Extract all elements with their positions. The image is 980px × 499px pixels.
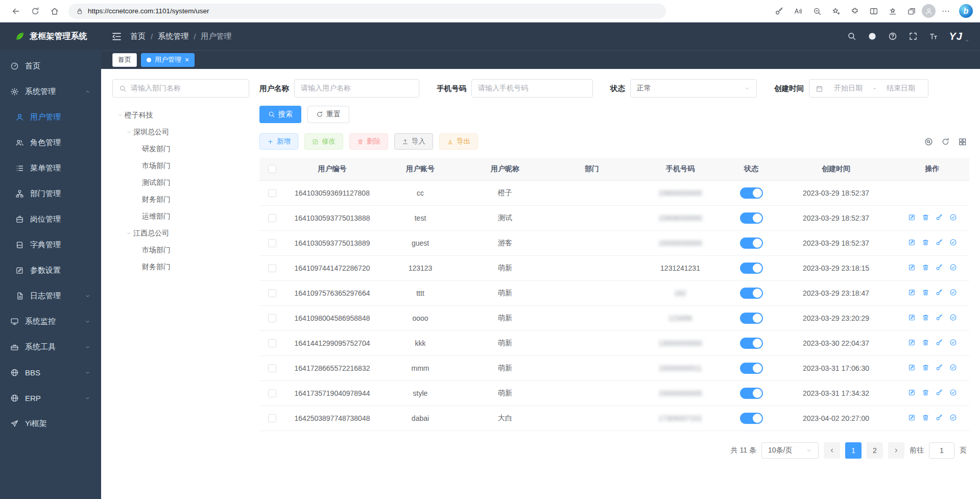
sidebar-item-param-settings[interactable]: 参数设置 — [0, 257, 101, 283]
toggle-search-icon[interactable] — [924, 137, 933, 146]
split-screen-icon[interactable] — [865, 3, 882, 20]
search-button[interactable]: 搜索 — [259, 106, 301, 123]
reset-button[interactable]: 重置 — [307, 106, 349, 123]
row-checkbox[interactable] — [268, 239, 276, 247]
row-checkbox[interactable] — [268, 189, 276, 197]
tree-node[interactable]: 研发部门 — [112, 140, 249, 157]
delete-row-button[interactable] — [922, 339, 929, 346]
zoom-out-icon[interactable] — [808, 3, 826, 20]
reset-password-button[interactable] — [936, 314, 943, 321]
delete-row-button[interactable] — [922, 239, 929, 246]
status-toggle[interactable] — [740, 288, 763, 299]
reset-password-button[interactable] — [936, 339, 943, 346]
tree-node[interactable]: 市场部门 — [112, 242, 249, 258]
goto-page-input[interactable]: 1 — [929, 442, 954, 459]
sidebar-item-tools[interactable]: 系统工具 — [0, 334, 101, 360]
delete-row-button[interactable] — [922, 289, 929, 296]
help-icon[interactable] — [888, 32, 897, 41]
status-toggle[interactable] — [740, 187, 763, 199]
edit-row-button[interactable] — [908, 389, 916, 396]
edit-row-button[interactable] — [908, 364, 916, 371]
delete-row-button[interactable] — [922, 414, 929, 421]
edit-user-button[interactable]: 修改 — [304, 133, 343, 150]
dept-search-input[interactable]: 请输入部门名称 — [112, 79, 249, 98]
profile-avatar[interactable] — [922, 4, 936, 18]
edit-row-button[interactable] — [908, 339, 916, 346]
reset-password-button[interactable] — [936, 213, 943, 221]
assign-role-button[interactable] — [949, 239, 957, 246]
status-toggle[interactable] — [740, 338, 763, 349]
edit-row-button[interactable] — [908, 414, 916, 421]
refresh-icon[interactable] — [27, 3, 44, 20]
status-toggle[interactable] — [740, 263, 763, 274]
bing-icon[interactable]: b — [959, 4, 973, 18]
row-checkbox[interactable] — [268, 389, 276, 397]
row-checkbox[interactable] — [268, 314, 276, 322]
delete-row-button[interactable] — [922, 213, 929, 221]
phone-input[interactable]: 请输入手机号码 — [471, 79, 593, 98]
username-input[interactable]: 请输入用户名称 — [294, 79, 419, 98]
sidebar-item-post-mgmt[interactable]: 岗位管理 — [0, 206, 101, 232]
tree-node[interactable]: 橙子科技 — [112, 107, 249, 124]
status-toggle[interactable] — [740, 212, 763, 224]
menu-fold-icon[interactable] — [111, 31, 122, 42]
prev-page-button[interactable] — [824, 442, 840, 459]
search-icon[interactable] — [847, 32, 856, 41]
breadcrumb-system[interactable]: 系统管理 — [158, 32, 188, 41]
font-size-icon[interactable] — [929, 32, 938, 41]
assign-role-button[interactable] — [949, 289, 957, 296]
sidebar-item-role-mgmt[interactable]: 角色管理 — [0, 130, 101, 155]
tree-node[interactable]: 测试部门 — [112, 174, 249, 191]
refresh-table-icon[interactable] — [941, 137, 950, 146]
fullscreen-icon[interactable] — [909, 32, 918, 41]
reset-password-button[interactable] — [936, 239, 943, 246]
status-toggle[interactable] — [740, 413, 763, 424]
edit-row-button[interactable] — [908, 264, 916, 271]
edit-row-button[interactable] — [908, 314, 916, 321]
delete-row-button[interactable] — [922, 389, 929, 396]
sidebar-item-bbs[interactable]: BBS — [0, 360, 101, 385]
sidebar-item-monitor[interactable]: 系统监控 — [0, 308, 101, 334]
row-checkbox[interactable] — [268, 364, 276, 372]
user-avatar[interactable]: YJ — [949, 31, 970, 42]
tree-node[interactable]: 市场部门 — [112, 157, 249, 174]
page-1-button[interactable]: 1 — [845, 442, 862, 459]
reset-password-button[interactable] — [936, 364, 943, 371]
key-icon[interactable] — [771, 3, 788, 20]
row-checkbox[interactable] — [268, 214, 276, 222]
columns-icon[interactable] — [958, 137, 967, 146]
assign-role-button[interactable] — [949, 414, 957, 421]
home-icon[interactable] — [46, 3, 63, 20]
edit-row-button[interactable] — [908, 213, 916, 221]
reset-password-button[interactable] — [936, 414, 943, 421]
read-aloud-icon[interactable] — [790, 3, 807, 20]
close-tag-icon[interactable]: × — [185, 56, 189, 63]
edit-row-button[interactable] — [908, 289, 916, 296]
assign-role-button[interactable] — [949, 389, 957, 396]
sidebar-item-log-mgmt[interactable]: 日志管理 — [0, 283, 101, 308]
row-checkbox[interactable] — [268, 414, 276, 422]
favorite-add-icon[interactable] — [827, 3, 845, 20]
tag-user-mgmt[interactable]: 用户管理 × — [141, 53, 195, 67]
assign-role-button[interactable] — [949, 339, 957, 346]
delete-row-button[interactable] — [922, 314, 929, 321]
assign-role-button[interactable] — [949, 314, 957, 321]
row-checkbox[interactable] — [268, 264, 276, 272]
reset-password-button[interactable] — [936, 264, 943, 271]
add-user-button[interactable]: 新增 — [259, 133, 298, 150]
tree-node[interactable]: 江西总公司 — [112, 225, 249, 242]
edit-row-button[interactable] — [908, 239, 916, 246]
import-button[interactable]: 导入 — [394, 133, 433, 150]
favorites-bar-icon[interactable] — [884, 3, 901, 20]
status-toggle[interactable] — [740, 363, 763, 374]
assign-role-button[interactable] — [949, 364, 957, 371]
tree-node[interactable]: 财务部门 — [112, 258, 249, 275]
row-checkbox[interactable] — [268, 339, 276, 347]
reset-password-button[interactable] — [936, 289, 943, 296]
delete-row-button[interactable] — [922, 364, 929, 371]
collections-icon[interactable] — [903, 3, 920, 20]
sidebar-item-yi-frame[interactable]: Yi框架 — [0, 411, 101, 436]
sidebar-item-user-mgmt[interactable]: 用户管理 — [0, 104, 101, 130]
assign-role-button[interactable] — [949, 213, 957, 221]
status-select[interactable]: 正常 — [630, 79, 757, 98]
